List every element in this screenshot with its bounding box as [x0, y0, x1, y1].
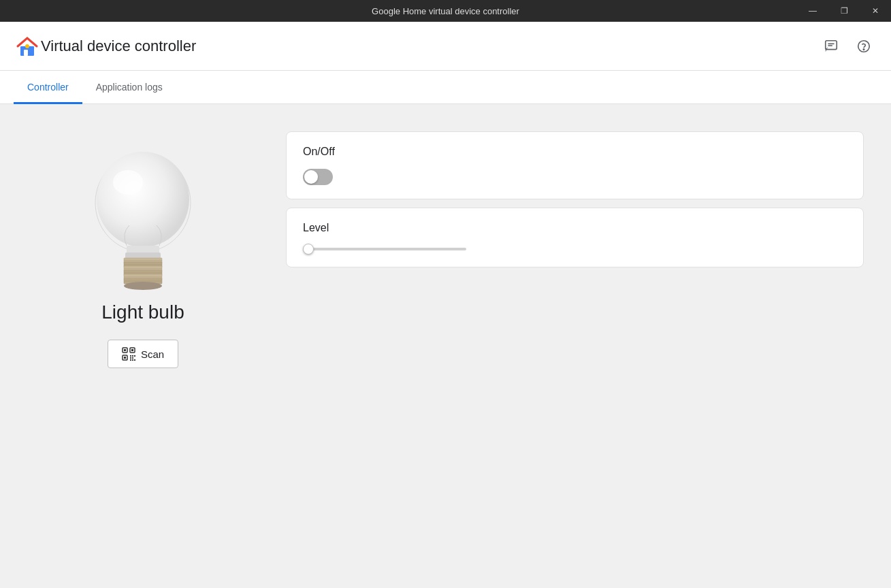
on-off-card: On/Off: [286, 131, 864, 199]
window-title: Google Home virtual device controller: [372, 6, 519, 16]
google-home-logo: [14, 33, 41, 60]
toggle-thumb: [304, 170, 318, 184]
svg-point-8: [863, 48, 864, 49]
svg-rect-39: [132, 359, 133, 361]
svg-rect-32: [124, 357, 126, 359]
svg-point-11: [113, 170, 143, 195]
svg-rect-34: [132, 355, 133, 357]
level-card: Level: [286, 208, 864, 267]
help-icon: [856, 39, 871, 54]
slider-track: [303, 248, 466, 250]
main-content: Light bulb Scan: [0, 104, 891, 588]
title-bar: Google Home virtual device controller — …: [0, 0, 891, 22]
svg-rect-38: [130, 359, 131, 361]
close-button[interactable]: ✕: [860, 0, 891, 22]
svg-point-20: [124, 282, 162, 290]
scan-button-label: Scan: [141, 348, 164, 360]
tab-controller[interactable]: Controller: [14, 71, 82, 104]
svg-rect-2: [24, 50, 28, 56]
svg-rect-30: [131, 349, 133, 351]
minimize-button[interactable]: —: [797, 0, 828, 22]
device-image: [75, 145, 211, 301]
qr-code-icon: [122, 347, 135, 361]
left-panel: Light bulb Scan: [27, 131, 259, 561]
slider-container: [303, 245, 847, 253]
maximize-button[interactable]: ❐: [828, 0, 860, 22]
right-panel: On/Off Level: [286, 131, 864, 561]
level-label: Level: [303, 222, 847, 234]
svg-rect-33: [130, 355, 131, 357]
window-controls: — ❐ ✕: [797, 0, 891, 22]
app-title: Virtual device controller: [41, 37, 817, 55]
scan-button[interactable]: Scan: [108, 340, 178, 368]
app-header: Virtual device controller: [0, 22, 891, 71]
svg-rect-36: [132, 357, 133, 359]
feedback-icon: [824, 39, 839, 54]
tabs-bar: Controller Application logs: [0, 71, 891, 104]
svg-point-10: [97, 152, 189, 247]
svg-rect-37: [134, 355, 135, 357]
on-off-label: On/Off: [303, 146, 847, 158]
help-button[interactable]: [850, 33, 877, 60]
slider-thumb: [303, 244, 314, 255]
tab-application-logs[interactable]: Application logs: [82, 71, 176, 104]
svg-rect-28: [124, 349, 126, 351]
svg-rect-40: [134, 359, 135, 361]
svg-rect-35: [130, 357, 131, 359]
header-icons: [817, 33, 877, 60]
on-off-toggle[interactable]: [303, 169, 333, 185]
device-name: Light bulb: [101, 301, 184, 323]
feedback-button[interactable]: [817, 33, 845, 60]
